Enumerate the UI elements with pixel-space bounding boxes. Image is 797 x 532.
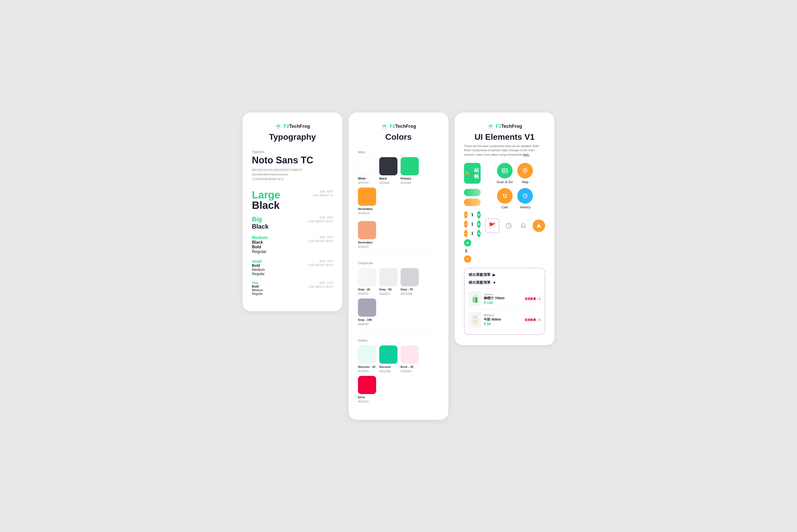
- typo-small-med: Medium: [252, 268, 265, 272]
- qty-plus-3[interactable]: +: [477, 230, 481, 237]
- flags-box[interactable]: 🚩: [485, 218, 499, 233]
- typo-large-black: Black: [252, 200, 280, 210]
- typo-medium-meta: SIZE: 16PXLINE HEIGHT: AUTO: [309, 235, 333, 243]
- swatch-success: Success #0ECD9E: [379, 345, 397, 373]
- cart-action-remove2[interactable]: 移出菜籃清單 ▼: [469, 280, 540, 285]
- swatch-box-error: [358, 376, 376, 394]
- ui-subtitle: These are the base components that can b…: [464, 144, 545, 157]
- svg-point-3: [381, 124, 388, 130]
- progress-bar-orange: [464, 199, 481, 206]
- clock-icon-btn[interactable]: [503, 221, 514, 231]
- history-icon: [517, 188, 533, 204]
- lock-icon: 🔒: [464, 170, 470, 176]
- cart-item-2-price: $ 56: [484, 322, 522, 326]
- swatch-gray100: Gray - 100 #A6A7B7: [358, 299, 376, 326]
- typo-large-section: Large Black SIZE: 40PXLINE HEIGHT: 40: [252, 190, 333, 210]
- typo-big-black: Black: [252, 223, 268, 230]
- cart-item-1-info: Laurens 柳橙汁 700ml $ 149: [484, 293, 522, 305]
- typo-medium-section: Medium Black Bold Regular SIZE: 16PXLINE…: [252, 235, 333, 254]
- map-button[interactable]: Map: [517, 163, 533, 184]
- ui-elements-panel: F2TechFrog UI Elements V1 These are the …: [455, 113, 554, 345]
- qty-row-4: +: [464, 239, 481, 247]
- swatch-gray75: Gray - 75 #D2D3DB: [401, 268, 419, 296]
- typo-tiny-section: Tiny Bold Medium Regular SIZE: 12PXLINE …: [252, 281, 333, 296]
- history-label: History: [520, 205, 530, 209]
- qty-row-2: − 1 +: [464, 221, 481, 228]
- typo-tiny-meta: SIZE: 12PXLINE HEIGHT: AUTO: [309, 281, 333, 289]
- swatch-gray50: Gray - 50 #EEEEF1: [379, 268, 397, 296]
- ui-logo: F2TechFrog: [464, 123, 545, 130]
- color-swatches-main: White #FFFFFF Black #32343E Primary #25D…: [358, 157, 439, 215]
- qty-minus-3[interactable]: −: [464, 230, 468, 237]
- icon-grid: Scan & Go Map: [497, 163, 533, 209]
- cart-item-1-return: 退貨數量：1: [524, 297, 540, 301]
- swatch-error10: Error - 10 #FEE6EC: [401, 345, 419, 373]
- cart-item-1-name: 柳橙汁 700ml: [484, 296, 522, 301]
- map-label: Map: [522, 180, 529, 184]
- color-section-secondary: Secondary #F4A47C: [358, 221, 439, 248]
- typo-tiny-reg: Regular: [252, 292, 263, 296]
- typo-medium-reg: Regular: [252, 249, 267, 254]
- svg-point-0: [275, 124, 281, 130]
- progress-bar-green: [464, 189, 481, 196]
- colors-logo: F2TechFrog: [358, 123, 439, 130]
- swatch-box-gray50: [379, 268, 397, 286]
- swatch-secondary-salmon: Secondary #F4A47C: [358, 221, 376, 248]
- swatch-box-success10: [358, 345, 376, 364]
- svg-point-7: [489, 126, 490, 127]
- typo-big-green: Big: [252, 215, 268, 223]
- scan-go-icon: [497, 163, 513, 178]
- cart-action-remove2-label: 移出菜籃清單: [469, 280, 490, 285]
- qty-val-5: 1: [464, 249, 468, 253]
- qty-plus-4[interactable]: +: [464, 239, 471, 247]
- typo-tiny-med: Medium: [252, 288, 263, 292]
- typo-large-green: Large: [252, 190, 280, 200]
- colors-title: Colors: [358, 132, 439, 142]
- swatch-success10: Success - 10 #E7FAF5: [358, 345, 376, 373]
- qty-plus-2[interactable]: +: [477, 221, 481, 228]
- qty-minus-1[interactable]: −: [464, 211, 468, 218]
- swatch-box-gray25: [358, 268, 376, 286]
- bell-icon-btn[interactable]: [518, 221, 529, 231]
- typeface-label: Typeface: [252, 150, 333, 154]
- typo-small-meta: SIZE: 14PXLINE HEIGHT: AUTO: [309, 259, 333, 267]
- ui-subtitle-link[interactable]: here.: [523, 153, 530, 156]
- panels-container: F2TechFrog Typography Typeface Noto Sans…: [243, 113, 554, 420]
- qty-row-3: − 1 +: [464, 230, 481, 237]
- typo-small-section: Small Bold Medium Regular SIZE: 14PXLINE…: [252, 259, 333, 276]
- scan-go-button[interactable]: Scan & Go: [497, 163, 513, 184]
- svg-point-2: [279, 126, 280, 127]
- cart-action-arrow-down: ▼: [493, 281, 496, 285]
- qty-val-3: 1: [470, 231, 475, 236]
- qty-minus-6[interactable]: −: [464, 255, 471, 263]
- color-swatches-states: Success - 10 #E7FAF5 Success #0ECD9E Err…: [358, 345, 439, 403]
- qty-plus-1[interactable]: +: [477, 211, 481, 218]
- navigation-icon-btn[interactable]: [533, 220, 545, 232]
- qty-row-6: −: [464, 255, 481, 263]
- typo-small-reg: Regular: [252, 272, 265, 276]
- cart-label: Cart: [501, 205, 508, 209]
- swatch-gray25: Gray - 25 #F6F6F8: [358, 268, 376, 296]
- typo-medium-label: Medium: [252, 235, 267, 240]
- typography-title: Typography: [252, 132, 333, 142]
- qty-minus-2[interactable]: −: [464, 221, 468, 228]
- cart-button[interactable]: Cart: [497, 188, 513, 209]
- checkout-button[interactable]: 🔒 結帳: [464, 163, 481, 184]
- cart-action-remove[interactable]: 移出菜籃清單 ▶: [469, 272, 540, 277]
- cart-item-2-brand: 聯誼食品: [484, 314, 522, 317]
- logo: F2TechFrog: [252, 123, 333, 130]
- cart-item-2-return: 退貨數量：1: [524, 318, 540, 322]
- qty-val-2: 1: [470, 222, 475, 227]
- typography-panel: F2TechFrog Typography Typeface Noto Sans…: [243, 113, 342, 311]
- cart-item-1-image: 🧃: [469, 291, 481, 306]
- cart-item-2-image: 🥛: [469, 312, 481, 327]
- color-swatches-secondary: Secondary #F4A47C: [358, 221, 439, 248]
- cart-item-1-price: $ 149: [484, 301, 522, 305]
- ui-logo-icon: [487, 123, 494, 130]
- history-button[interactable]: History: [517, 188, 533, 209]
- cart-section: 移出菜籃清單 ▶ 移出菜籃清單 ▼ 🧃 Laurens 柳橙汁 700ml $ …: [464, 268, 545, 335]
- svg-point-1: [277, 126, 278, 127]
- flags-icon: 🚩: [489, 222, 496, 229]
- cart-item-1-brand: Laurens: [484, 293, 522, 296]
- typo-big-section: Big Black SIZE: 24PXLINE HEIGHT: AUTO: [252, 215, 333, 230]
